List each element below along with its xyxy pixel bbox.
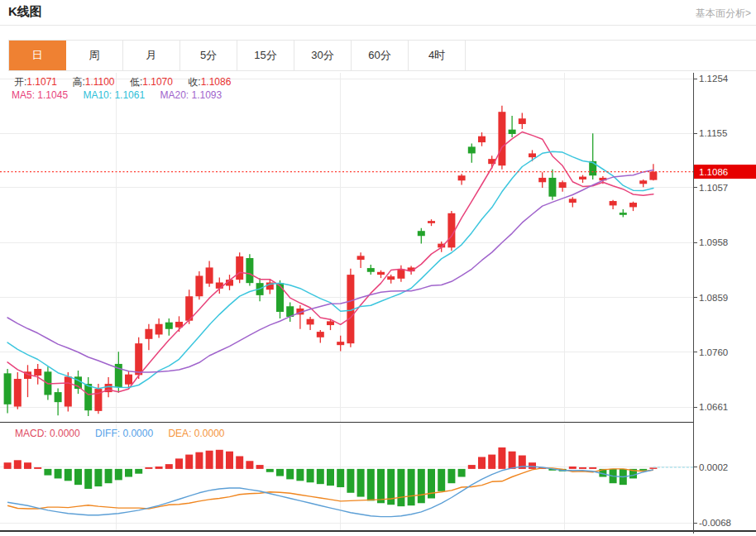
candle-body [84,384,92,410]
tab-4hour[interactable]: 4时 [409,41,466,70]
macd-hist-bar [206,451,213,469]
candle-body [569,199,577,203]
candle-body [548,178,556,197]
macd-hist-bar [175,458,183,469]
macd-hist-bar [579,467,586,469]
ma20-label: MA20: [160,89,189,101]
macd-hist-bar [509,452,516,469]
candle-body [34,369,41,376]
macd-hist-bar [266,469,274,472]
price-tick-label: 1.1254 [699,74,729,84]
candle-body [327,321,334,325]
dea-label: DEA: [168,428,191,439]
candle-body [14,379,22,406]
macd-hist-bar [65,469,72,481]
macd-hist-bar [296,469,304,481]
macd-readout: MACD: 0.0000 DIFF: 0.0000 DEA: 0.0000 [15,428,237,439]
candle-body [367,268,375,272]
candle-body [519,118,526,124]
macd-hist-bar [408,469,415,505]
macd-hist-bar [185,455,193,469]
candle-body [236,256,243,280]
candle-body [418,231,425,236]
tab-5min[interactable]: 5分 [180,41,237,70]
macd-label: MACD: [15,428,47,439]
candle-body [206,267,213,283]
macd-hist-bar [276,469,284,476]
macd-hist-bar [24,462,31,469]
macd-hist-bar [357,469,365,497]
tab-day[interactable]: 日 [9,41,66,70]
candle-body [538,178,546,182]
tab-month[interactable]: 月 [123,41,180,70]
price-tick-label: 1.0859 [699,293,728,303]
header: K线图 基本面分析> [0,0,756,26]
ma5-value: 1.1045 [37,89,68,101]
candle-body [195,275,203,296]
kline-chart[interactable]: 1.12541.11551.10571.09581.08591.07601.06… [0,71,756,536]
macd-hist-bar [569,467,577,469]
candle-body [387,276,395,280]
high-value: 1.1100 [85,76,115,88]
macd-hist-bar [195,452,203,469]
candle-body [649,172,657,180]
macd-hist-bar [639,469,647,471]
candle-body [357,256,365,260]
macd-hist-bar [105,469,112,483]
macd-hist-bar [236,456,243,468]
macd-hist-bar [478,457,486,468]
macd-hist-bar [488,455,495,469]
fundamental-analysis-link[interactable]: 基本面分析> [696,7,751,21]
candle-body [498,112,505,165]
tab-30min[interactable]: 30分 [294,41,352,70]
macd-hist-bar [327,469,334,486]
candle-body [428,221,435,223]
macd-hist-bar [286,469,294,480]
macd-hist-bar [165,464,173,469]
macd-hist-bar [135,469,142,474]
open-label: 开: [14,76,26,88]
price-tick-label: 1.1057 [699,183,728,193]
macd-tick-label: -0.0068 [699,518,731,528]
macd-hist-bar [347,469,354,493]
close-label: 收: [188,76,200,88]
tab-week[interactable]: 周 [66,41,123,70]
low-label: 低: [130,76,142,88]
macd-hist-bar [74,469,82,485]
macd-hist-bar [84,469,92,489]
macd-hist-bar [226,452,233,469]
close-value: 1.1086 [201,76,232,88]
candle-body [377,272,385,275]
candle-body [216,282,223,288]
candle-body [589,161,596,175]
candle-body [639,180,647,184]
candle-body [620,213,627,215]
price-tick-label: 1.0760 [699,347,728,357]
diff-value: 0.0000 [122,428,153,439]
low-value: 1.1070 [142,76,173,88]
candle-body [629,203,637,207]
ma-readout: MA5: 1.1045 MA10: 1.1061 MA20: 1.1093 [12,89,234,101]
candle-body [276,283,284,312]
tab-15min[interactable]: 15分 [237,41,294,70]
candle-body [156,324,163,335]
candle-body [579,177,586,179]
macd-hist-bar [115,469,122,480]
tab-60min[interactable]: 60分 [352,41,409,70]
price-tick-label: 1.0958 [699,237,728,247]
candle-body [55,392,62,402]
macd-hist-bar [34,467,41,469]
ma10-line [7,151,653,388]
candle-body [65,376,72,406]
macd-hist-bar [44,469,51,476]
candle-body [307,319,314,325]
candle-body [337,342,344,345]
macd-hist-bar [458,469,466,477]
macd-tick-label: 0.0002 [699,462,728,472]
candle-body [509,130,516,134]
candle-body [125,375,132,385]
macd-hist-bar [125,469,132,477]
current-price-badge-label: 1.1086 [699,167,728,177]
price-tick-label: 1.1155 [699,128,727,138]
macd-hist-bar [216,450,223,469]
